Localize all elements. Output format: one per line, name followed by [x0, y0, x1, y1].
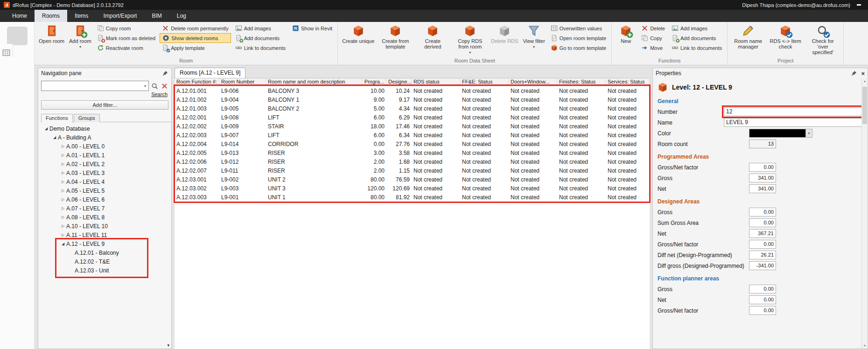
column-header-services-status[interactable]: Services: Status [606, 78, 650, 86]
menu-tab-items[interactable]: Items [67, 10, 96, 22]
column-header-progra[interactable]: Progra... [362, 78, 386, 86]
rds-item-check-button[interactable]: RDS <-> Item check [767, 23, 804, 50]
room-row-a-12-01-002[interactable]: A.12.01.002L9-004BALCONY 19.009.17Not cr… [175, 95, 650, 104]
net-field[interactable]: 341.00 [749, 184, 776, 193]
tree-node-a-00-level-0[interactable]: ▷A.00 - LEVEL 0 [38, 142, 171, 151]
tree-node-a-12-level-9[interactable]: ◢A.12 - LEVEL 9 [38, 239, 171, 248]
delete-rds-button[interactable]: Delete RDS [489, 23, 520, 45]
database-sidebar-button[interactable] [7, 148, 28, 167]
room-row-a-12-02-002[interactable]: A.12.02.002L9-009STAIR18.0017.46Not crea… [175, 122, 650, 131]
column-header-rds-status[interactable]: RDS status [412, 78, 460, 86]
show-in-revit-button[interactable]: Show in Revit [290, 23, 335, 33]
name-field[interactable]: LEVEL 9 [724, 118, 862, 127]
room-row-a-12-02-006[interactable]: A.12.02.006L9-012RISER2.001.68Not create… [175, 157, 650, 166]
room-row-a-12-01-001[interactable]: A.12.01.001L9-006BALCONY 310.0010.24Not … [175, 86, 650, 95]
color-dropdown[interactable]: ▾ [749, 129, 812, 138]
copy-room-button[interactable]: Copy room [95, 23, 158, 33]
add-filter-button[interactable]: Add filter... [41, 100, 168, 110]
logistics-sidebar-button[interactable] [7, 172, 28, 191]
reactivate-room-button[interactable]: Reactivate room [95, 43, 158, 53]
room-name-manager-button[interactable]: Room name manager [730, 23, 766, 50]
scroll-down-icon[interactable]: ▾ [167, 343, 169, 348]
view-filter-button[interactable]: View filter▾ [521, 23, 546, 51]
room-row-a-12-02-001[interactable]: A.12.02.001L9-008LIFT6.006.29Not created… [175, 113, 650, 122]
new-button[interactable]: New [614, 23, 637, 45]
tree-node-a-12-02-t-e[interactable]: A.12.02 - T&E [38, 257, 171, 266]
go-to-room-template-button[interactable]: Go to room template [548, 43, 609, 53]
reports-sidebar-button[interactable] [7, 221, 28, 239]
room-row-a-12-03-002[interactable]: A.12.03.002L9-003UNIT 3120.00120.69Not c… [175, 184, 650, 193]
gross-net-factor-field[interactable]: 0.00 [749, 306, 776, 315]
expand-icon[interactable]: ▷ [60, 153, 66, 157]
gross-net-factor-field[interactable]: 0.00 [749, 163, 776, 172]
tree-node-a-12-03-unit[interactable]: A.12.03 - Unit [38, 266, 171, 275]
expand-icon[interactable]: ▷ [60, 180, 66, 184]
expand-icon[interactable]: ▷ [60, 233, 66, 237]
diff-net-design-programmed-field[interactable]: 26.21 [749, 251, 776, 259]
create-derived-button[interactable]: Create derived [414, 23, 451, 50]
room-row-a-12-02-003[interactable]: A.12.02.003L9-007LIFT6.006.34Not created… [175, 131, 650, 140]
search-dropdown-caret-icon[interactable]: ▾ [142, 84, 148, 88]
room-row-a-12-01-003[interactable]: A.12.01.003L9-005BALCONY 25.004.34Not cr… [175, 104, 650, 113]
add-images-button[interactable]: Add images [669, 23, 724, 33]
clear-search-icon[interactable] [160, 82, 168, 90]
tree-node-a-05-level-5[interactable]: ▷A.05 - LEVEL 5 [38, 186, 171, 195]
check-for-over-specified-button[interactable]: Check for 'over specified' [805, 23, 841, 56]
collapse-icon[interactable]: ◢ [51, 135, 58, 140]
search-icon[interactable] [150, 82, 159, 90]
tree-node-a-02-level-2[interactable]: ▷A.02 - LEVEL 2 [38, 160, 171, 168]
diff-gross-designed-programmed-field[interactable]: -341.00 [749, 261, 776, 270]
column-header-room-function[interactable]: Room Function #: [175, 78, 219, 86]
collapse-icon[interactable]: ◢ [60, 242, 66, 246]
show-deleted-rooms-button[interactable]: Show deleted rooms [160, 33, 231, 43]
items-sidebar-button[interactable] [7, 75, 28, 94]
room-row-a-12-03-003[interactable]: A.12.03.003L9-001UNIT 180.0081.92Not cre… [175, 193, 650, 202]
menu-tab-log[interactable]: Log [169, 10, 194, 22]
tree-node-a-12-01-balcony[interactable]: A.12.01 - Balcony [38, 248, 171, 257]
search-box[interactable]: ▾ [41, 81, 149, 91]
menu-tab-rooms[interactable]: Rooms [35, 10, 67, 22]
tree-node-a-10-level-10[interactable]: ▷A.10 - LEVEL 10 [38, 222, 171, 230]
add-documents-button[interactable]: Add documents [669, 33, 724, 43]
pin-icon[interactable] [162, 70, 168, 77]
minimize-button[interactable] [853, 4, 864, 6]
create-from-template-button[interactable]: Create from template [377, 23, 413, 50]
home-sidebar-button[interactable] [7, 27, 28, 45]
search-link[interactable]: Search [151, 91, 168, 97]
menu-tab-home[interactable]: Home [5, 10, 35, 22]
open-room-button[interactable]: Open room [37, 23, 66, 45]
tree-node-a-06-level-6[interactable]: ▷A.06 - LEVEL 6 [38, 195, 171, 204]
expand-icon[interactable]: ▷ [60, 162, 66, 166]
menu-tab-import-export[interactable]: Import/Export [96, 10, 144, 22]
room-row-a-12-02-007[interactable]: A.12.02.007L9-011RISER2.001.15Not create… [175, 166, 650, 175]
expand-icon[interactable]: ▷ [60, 224, 66, 228]
add-images-button[interactable]: Add images [233, 23, 288, 33]
expand-icon[interactable]: ▷ [60, 188, 66, 193]
tree-node-a-11-level-11[interactable]: ▷A.11 - LEVEL 11 [38, 230, 171, 239]
link-to-documents-button[interactable]: Link to documents [669, 43, 724, 53]
apply-template-button[interactable]: Apply template [160, 43, 231, 53]
tree-node-a-03-level-3[interactable]: ▷A.03 - LEVEL 3 [38, 168, 171, 177]
add-documents-button[interactable]: Add documents [233, 33, 288, 43]
scroll-down-icon[interactable]: ▾ [862, 344, 868, 348]
search-input[interactable] [42, 83, 142, 89]
add-room-button[interactable]: Add room▾ [67, 23, 93, 51]
pin-icon[interactable] [851, 70, 857, 77]
buildings-sidebar-button[interactable] [7, 196, 28, 215]
tree-node-a-08-level-8[interactable]: ▷A.08 - LEVEL 8 [38, 213, 171, 222]
room-count-field[interactable]: 13 [749, 140, 776, 148]
scrollbar-thumb[interactable] [862, 87, 867, 124]
documents-sidebar-button[interactable] [7, 124, 28, 142]
expand-icon[interactable]: ▷ [60, 197, 66, 202]
copy-rds-from-room-button[interactable]: Copy RDS from room▾ [452, 23, 488, 56]
link-to-documents-button[interactable]: Link to documents [233, 43, 288, 53]
net-field[interactable]: 367.21 [749, 229, 776, 238]
delete-button[interactable]: Delete [639, 23, 667, 33]
copy-button[interactable]: Copy [639, 33, 667, 43]
column-header-room-name-and-room-description[interactable]: Room name and room description [266, 78, 362, 86]
gross-field[interactable]: 0.00 [749, 285, 776, 293]
delete-room-permanently-button[interactable]: Delete room permanently [160, 23, 231, 33]
systems-sidebar-button[interactable] [7, 99, 28, 118]
collapse-icon[interactable]: ◢ [43, 126, 49, 131]
room-row-a-12-02-004[interactable]: A.12.02.004L9-014CORRIDOR0.0027.76Not cr… [175, 140, 650, 148]
